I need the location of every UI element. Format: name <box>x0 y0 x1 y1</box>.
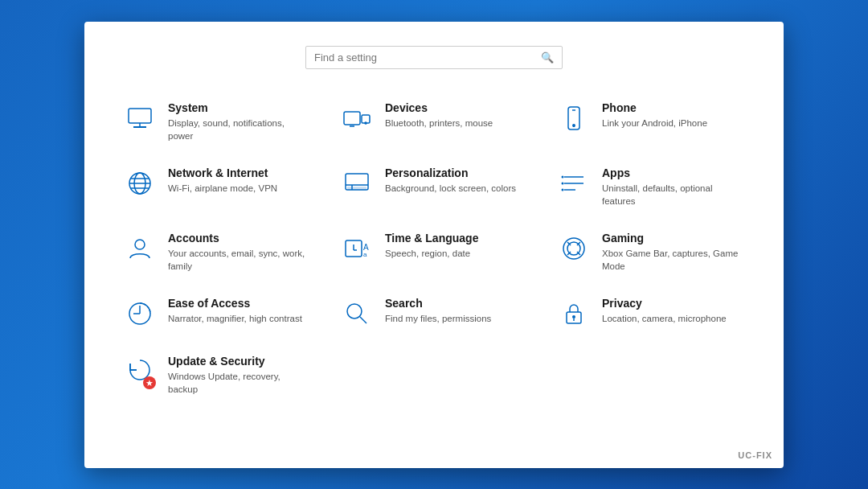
gaming-text: GamingXbox Game Bar, captures, Game Mode <box>602 232 745 273</box>
settings-grid: SystemDisplay, sound, notifications, pow… <box>117 93 751 405</box>
update-title: Update & Security <box>168 355 311 368</box>
phone-text: PhoneLink your Android, iPhone <box>602 101 707 129</box>
svg-point-32 <box>563 238 584 259</box>
settings-item-time[interactable]: A a Time & LanguageSpeech, region, date <box>334 224 534 281</box>
settings-item-search[interactable]: SearchFind my files, permissions <box>334 289 534 339</box>
accounts-desc: Your accounts, email, sync, work, family <box>168 247 311 273</box>
gaming-icon <box>557 232 591 265</box>
time-icon: A a <box>340 232 374 265</box>
settings-item-system[interactable]: SystemDisplay, sound, notifications, pow… <box>117 93 317 150</box>
gaming-title: Gaming <box>602 232 745 244</box>
apps-desc: Uninstall, defaults, optional features <box>602 182 745 208</box>
update-text: Update & SecurityWindows Update, recover… <box>168 355 311 396</box>
svg-point-40 <box>572 315 575 318</box>
gaming-desc: Xbox Game Bar, captures, Game Mode <box>602 247 745 273</box>
devices-text: DevicesBluetooth, printers, mouse <box>385 101 493 129</box>
system-title: System <box>168 101 311 114</box>
network-text: Network & InternetWi-Fi, airplane mode, … <box>168 166 277 195</box>
update-desc: Windows Update, recovery, backup <box>168 370 311 396</box>
system-text: SystemDisplay, sound, notifications, pow… <box>168 101 311 142</box>
ease-text: Ease of AccessNarrator, magnifier, high … <box>168 297 302 325</box>
settings-item-accounts[interactable]: AccountsYour accounts, email, sync, work… <box>117 224 317 281</box>
search-icon: 🔍 <box>541 51 554 64</box>
apps-title: Apps <box>602 166 745 179</box>
time-text: Time & LanguageSpeech, region, date <box>385 232 478 260</box>
search-text: SearchFind my files, permissions <box>385 297 491 325</box>
svg-rect-19 <box>347 187 366 190</box>
svg-point-26 <box>135 240 145 249</box>
personalization-desc: Background, lock screen, colors <box>385 182 516 195</box>
privacy-title: Privacy <box>602 297 727 310</box>
settings-item-gaming[interactable]: GamingXbox Game Bar, captures, Game Mode <box>551 224 751 281</box>
system-icon <box>123 101 157 135</box>
settings-item-apps[interactable]: AppsUninstall, defaults, optional featur… <box>551 158 751 216</box>
settings-item-devices[interactable]: DevicesBluetooth, printers, mouse <box>334 93 534 150</box>
personalization-text: PersonalizationBackground, lock screen, … <box>385 166 516 195</box>
personalization-icon <box>340 166 374 200</box>
svg-rect-0 <box>129 109 151 123</box>
apps-text: AppsUninstall, defaults, optional featur… <box>602 166 745 208</box>
svg-point-10 <box>573 124 575 125</box>
accounts-title: Accounts <box>168 232 311 244</box>
time-title: Time & Language <box>385 232 478 244</box>
search-title: Search <box>385 297 491 310</box>
network-icon <box>123 166 157 200</box>
ease-title: Ease of Access <box>168 297 302 310</box>
apps-icon <box>557 166 591 200</box>
search-icon <box>340 297 374 331</box>
phone-icon <box>557 101 591 135</box>
phone-desc: Link your Android, iPhone <box>602 117 707 129</box>
settings-item-personalization[interactable]: PersonalizationBackground, lock screen, … <box>334 158 534 216</box>
svg-line-38 <box>360 317 366 323</box>
network-title: Network & Internet <box>168 166 277 179</box>
update-badge: ★ <box>143 376 156 389</box>
privacy-text: PrivacyLocation, camera, microphone <box>602 297 727 325</box>
ease-desc: Narrator, magnifier, high contrast <box>168 312 302 325</box>
network-desc: Wi-Fi, airplane mode, VPN <box>168 182 277 195</box>
svg-text:a: a <box>363 251 367 258</box>
phone-title: Phone <box>602 101 707 114</box>
settings-item-network[interactable]: Network & InternetWi-Fi, airplane mode, … <box>117 158 317 216</box>
accounts-icon <box>123 232 157 265</box>
search-input[interactable] <box>314 51 541 64</box>
privacy-desc: Location, camera, microphone <box>602 312 727 325</box>
privacy-icon <box>557 297 591 331</box>
search-bar[interactable]: 🔍 <box>305 46 563 69</box>
ease-icon <box>123 297 157 331</box>
personalization-title: Personalization <box>385 166 516 179</box>
settings-item-phone[interactable]: PhoneLink your Android, iPhone <box>551 93 751 150</box>
settings-item-update[interactable]: ★Update & SecurityWindows Update, recove… <box>117 347 317 404</box>
settings-item-ease[interactable]: Ease of AccessNarrator, magnifier, high … <box>117 289 317 339</box>
svg-point-37 <box>347 304 362 318</box>
time-desc: Speech, region, date <box>385 247 478 260</box>
svg-rect-4 <box>344 112 360 125</box>
settings-window: 🔍 SystemDisplay, sound, notifications, p… <box>84 22 784 468</box>
update-icon: ★ <box>123 355 157 388</box>
system-desc: Display, sound, notifications, power <box>168 117 311 142</box>
search-desc: Find my files, permissions <box>385 312 491 325</box>
devices-desc: Bluetooth, printers, mouse <box>385 117 493 129</box>
settings-item-privacy[interactable]: PrivacyLocation, camera, microphone <box>551 289 751 339</box>
update-icon-wrapper: ★ <box>125 355 154 388</box>
accounts-text: AccountsYour accounts, email, sync, work… <box>168 232 311 273</box>
devices-title: Devices <box>385 101 493 114</box>
devices-icon <box>340 101 374 135</box>
watermark-text: UC-FIX <box>738 450 772 460</box>
